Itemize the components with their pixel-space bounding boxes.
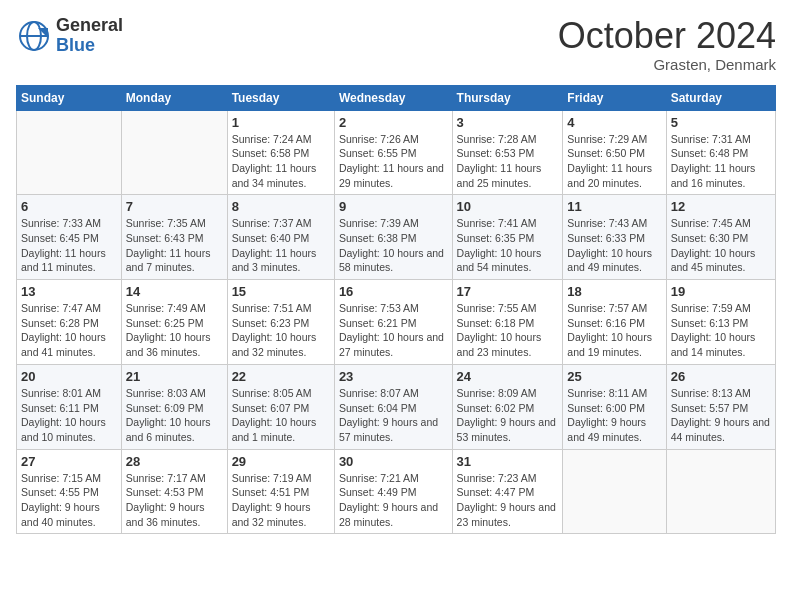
day-cell: 13Sunrise: 7:47 AMSunset: 6:28 PMDayligh… — [17, 280, 122, 365]
day-cell: 9Sunrise: 7:39 AMSunset: 6:38 PMDaylight… — [334, 195, 452, 280]
day-info: Sunrise: 8:11 AMSunset: 6:00 PMDaylight:… — [567, 387, 647, 443]
day-number: 5 — [671, 115, 771, 130]
day-cell: 29Sunrise: 7:19 AMSunset: 4:51 PMDayligh… — [227, 449, 334, 534]
day-info: Sunrise: 7:47 AMSunset: 6:28 PMDaylight:… — [21, 302, 106, 358]
day-cell: 30Sunrise: 7:21 AMSunset: 4:49 PMDayligh… — [334, 449, 452, 534]
day-number: 17 — [457, 284, 559, 299]
day-info: Sunrise: 7:39 AMSunset: 6:38 PMDaylight:… — [339, 217, 444, 273]
logo-blue: Blue — [56, 35, 95, 55]
day-info: Sunrise: 7:35 AMSunset: 6:43 PMDaylight:… — [126, 217, 211, 273]
day-cell: 24Sunrise: 8:09 AMSunset: 6:02 PMDayligh… — [452, 364, 563, 449]
day-cell: 16Sunrise: 7:53 AMSunset: 6:21 PMDayligh… — [334, 280, 452, 365]
day-number: 20 — [21, 369, 117, 384]
day-cell: 26Sunrise: 8:13 AMSunset: 5:57 PMDayligh… — [666, 364, 775, 449]
day-info: Sunrise: 7:41 AMSunset: 6:35 PMDaylight:… — [457, 217, 542, 273]
day-cell: 31Sunrise: 7:23 AMSunset: 4:47 PMDayligh… — [452, 449, 563, 534]
day-number: 11 — [567, 199, 661, 214]
day-info: Sunrise: 7:45 AMSunset: 6:30 PMDaylight:… — [671, 217, 756, 273]
day-cell — [666, 449, 775, 534]
day-number: 9 — [339, 199, 448, 214]
day-number: 18 — [567, 284, 661, 299]
page-header: General Blue October 2024 Grasten, Denma… — [16, 16, 776, 73]
day-number: 28 — [126, 454, 223, 469]
day-cell: 8Sunrise: 7:37 AMSunset: 6:40 PMDaylight… — [227, 195, 334, 280]
day-cell: 5Sunrise: 7:31 AMSunset: 6:48 PMDaylight… — [666, 110, 775, 195]
day-cell: 4Sunrise: 7:29 AMSunset: 6:50 PMDaylight… — [563, 110, 666, 195]
day-number: 3 — [457, 115, 559, 130]
day-cell — [563, 449, 666, 534]
day-info: Sunrise: 7:15 AMSunset: 4:55 PMDaylight:… — [21, 472, 101, 528]
week-row-1: 1Sunrise: 7:24 AMSunset: 6:58 PMDaylight… — [17, 110, 776, 195]
title-block: October 2024 Grasten, Denmark — [558, 16, 776, 73]
location-subtitle: Grasten, Denmark — [558, 56, 776, 73]
day-number: 15 — [232, 284, 330, 299]
day-cell: 7Sunrise: 7:35 AMSunset: 6:43 PMDaylight… — [121, 195, 227, 280]
day-number: 25 — [567, 369, 661, 384]
calendar-table: Sunday Monday Tuesday Wednesday Thursday… — [16, 85, 776, 535]
day-cell: 28Sunrise: 7:17 AMSunset: 4:53 PMDayligh… — [121, 449, 227, 534]
day-cell: 22Sunrise: 8:05 AMSunset: 6:07 PMDayligh… — [227, 364, 334, 449]
day-info: Sunrise: 7:57 AMSunset: 6:16 PMDaylight:… — [567, 302, 652, 358]
day-number: 7 — [126, 199, 223, 214]
day-number: 13 — [21, 284, 117, 299]
day-cell: 11Sunrise: 7:43 AMSunset: 6:33 PMDayligh… — [563, 195, 666, 280]
day-cell: 20Sunrise: 8:01 AMSunset: 6:11 PMDayligh… — [17, 364, 122, 449]
day-info: Sunrise: 8:05 AMSunset: 6:07 PMDaylight:… — [232, 387, 317, 443]
day-info: Sunrise: 7:59 AMSunset: 6:13 PMDaylight:… — [671, 302, 756, 358]
day-cell — [17, 110, 122, 195]
day-cell: 3Sunrise: 7:28 AMSunset: 6:53 PMDaylight… — [452, 110, 563, 195]
col-wednesday: Wednesday — [334, 85, 452, 110]
day-cell: 10Sunrise: 7:41 AMSunset: 6:35 PMDayligh… — [452, 195, 563, 280]
day-number: 16 — [339, 284, 448, 299]
day-number: 19 — [671, 284, 771, 299]
day-number: 1 — [232, 115, 330, 130]
logo: General Blue — [16, 16, 123, 56]
day-number: 14 — [126, 284, 223, 299]
day-info: Sunrise: 7:23 AMSunset: 4:47 PMDaylight:… — [457, 472, 556, 528]
day-cell: 17Sunrise: 7:55 AMSunset: 6:18 PMDayligh… — [452, 280, 563, 365]
day-cell: 6Sunrise: 7:33 AMSunset: 6:45 PMDaylight… — [17, 195, 122, 280]
day-number: 24 — [457, 369, 559, 384]
week-row-4: 20Sunrise: 8:01 AMSunset: 6:11 PMDayligh… — [17, 364, 776, 449]
day-number: 4 — [567, 115, 661, 130]
day-cell: 1Sunrise: 7:24 AMSunset: 6:58 PMDaylight… — [227, 110, 334, 195]
day-info: Sunrise: 7:28 AMSunset: 6:53 PMDaylight:… — [457, 133, 542, 189]
day-info: Sunrise: 7:17 AMSunset: 4:53 PMDaylight:… — [126, 472, 206, 528]
day-info: Sunrise: 7:49 AMSunset: 6:25 PMDaylight:… — [126, 302, 211, 358]
week-row-3: 13Sunrise: 7:47 AMSunset: 6:28 PMDayligh… — [17, 280, 776, 365]
day-number: 29 — [232, 454, 330, 469]
day-cell: 15Sunrise: 7:51 AMSunset: 6:23 PMDayligh… — [227, 280, 334, 365]
day-cell: 25Sunrise: 8:11 AMSunset: 6:00 PMDayligh… — [563, 364, 666, 449]
day-number: 21 — [126, 369, 223, 384]
day-cell: 19Sunrise: 7:59 AMSunset: 6:13 PMDayligh… — [666, 280, 775, 365]
day-info: Sunrise: 7:33 AMSunset: 6:45 PMDaylight:… — [21, 217, 106, 273]
day-number: 30 — [339, 454, 448, 469]
day-info: Sunrise: 7:31 AMSunset: 6:48 PMDaylight:… — [671, 133, 756, 189]
day-info: Sunrise: 7:19 AMSunset: 4:51 PMDaylight:… — [232, 472, 312, 528]
day-info: Sunrise: 7:53 AMSunset: 6:21 PMDaylight:… — [339, 302, 444, 358]
month-title: October 2024 — [558, 16, 776, 56]
day-number: 10 — [457, 199, 559, 214]
col-sunday: Sunday — [17, 85, 122, 110]
day-cell: 14Sunrise: 7:49 AMSunset: 6:25 PMDayligh… — [121, 280, 227, 365]
day-number: 26 — [671, 369, 771, 384]
col-tuesday: Tuesday — [227, 85, 334, 110]
day-cell — [121, 110, 227, 195]
day-info: Sunrise: 7:43 AMSunset: 6:33 PMDaylight:… — [567, 217, 652, 273]
day-cell: 18Sunrise: 7:57 AMSunset: 6:16 PMDayligh… — [563, 280, 666, 365]
col-monday: Monday — [121, 85, 227, 110]
header-row: Sunday Monday Tuesday Wednesday Thursday… — [17, 85, 776, 110]
col-friday: Friday — [563, 85, 666, 110]
day-info: Sunrise: 7:24 AMSunset: 6:58 PMDaylight:… — [232, 133, 317, 189]
day-number: 27 — [21, 454, 117, 469]
day-info: Sunrise: 8:09 AMSunset: 6:02 PMDaylight:… — [457, 387, 556, 443]
day-info: Sunrise: 7:51 AMSunset: 6:23 PMDaylight:… — [232, 302, 317, 358]
day-number: 8 — [232, 199, 330, 214]
day-cell: 27Sunrise: 7:15 AMSunset: 4:55 PMDayligh… — [17, 449, 122, 534]
col-thursday: Thursday — [452, 85, 563, 110]
day-info: Sunrise: 7:26 AMSunset: 6:55 PMDaylight:… — [339, 133, 444, 189]
day-cell: 21Sunrise: 8:03 AMSunset: 6:09 PMDayligh… — [121, 364, 227, 449]
day-number: 22 — [232, 369, 330, 384]
day-number: 31 — [457, 454, 559, 469]
day-number: 2 — [339, 115, 448, 130]
